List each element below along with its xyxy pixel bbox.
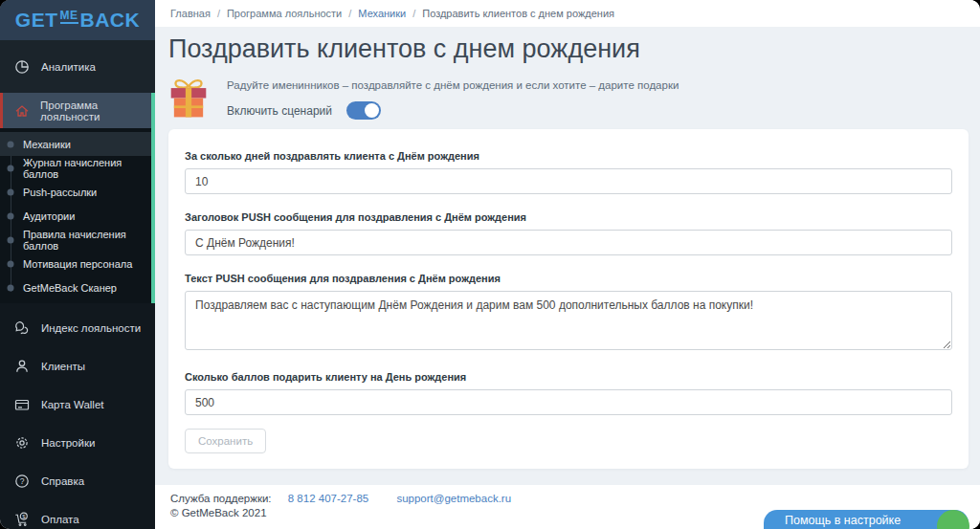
settings-form-card: За сколько дней поздравлять клиента с Дн…	[168, 129, 969, 469]
chat-bubbles-icon	[14, 320, 30, 336]
bullet-dot-icon	[8, 165, 14, 171]
logo-text-back: BACK	[80, 9, 141, 32]
sidebar-item-loyalty-program[interactable]: Программа лояльности	[0, 93, 155, 128]
field-label: Сколько баллов подарить клиенту на День …	[185, 371, 952, 383]
bullet-dot-icon	[8, 212, 14, 219]
sidebar-item-clients[interactable]: Клиенты	[0, 347, 155, 386]
pie-chart-icon	[14, 59, 30, 75]
field-push-title: Заголовок PUSH сообщения для поздравлени…	[185, 211, 952, 255]
bullet-dot-icon	[8, 188, 14, 195]
person-icon	[14, 359, 30, 374]
card-icon	[14, 397, 30, 412]
submenu-label: Механики	[23, 139, 71, 150]
home-icon	[14, 103, 30, 119]
logo-text-me: ME	[60, 9, 78, 24]
sidebar-item-label: Индекс лояльности	[41, 322, 141, 334]
sidebar-item-mechanics[interactable]: Механики	[0, 132, 155, 156]
days-before-input[interactable]	[185, 168, 952, 194]
toggle-label: Включить сценарий	[227, 104, 332, 118]
active-section-accent-bar	[151, 93, 155, 303]
submenu-label: Мотивация персонала	[23, 258, 132, 270]
field-label: За сколько дней поздравлять клиента с Дн…	[185, 150, 952, 162]
submenu-label: Push-рассылки	[23, 187, 97, 198]
breadcrumb: Главная / Программа лояльности / Механик…	[155, 0, 980, 27]
app-window: GETMEBACK Аналитика Программа лояльности	[0, 0, 980, 529]
sidebar-item-label: Клиенты	[41, 361, 85, 372]
gift-icon	[168, 76, 209, 120]
scenario-summary: Радуйте именинников – поздравляйте с днё…	[227, 76, 679, 120]
bullet-dot-icon	[8, 236, 14, 243]
field-bonus-points: Сколько баллов подарить клиенту на День …	[185, 371, 952, 415]
sidebar-item-analytics[interactable]: Аналитика	[0, 40, 155, 93]
scenario-description: Радуйте именинников – поздравляйте с днё…	[227, 79, 679, 91]
page-title: Поздравить клиентов с днем рождения	[168, 34, 969, 64]
field-days-before: За сколько дней поздравлять клиента с Дн…	[185, 150, 952, 194]
breadcrumb-loyalty-program[interactable]: Программа лояльности	[227, 8, 342, 19]
footer-support-line: Служба поддержки: 8 812 407-27-85 suppor…	[170, 493, 965, 504]
submenu-label: GetMeBack Сканер	[23, 282, 117, 294]
sidebar-item-points-rules[interactable]: Правила начисления баллов	[0, 228, 155, 252]
scenario-toggle-row: Включить сценарий	[227, 101, 679, 120]
gear-icon	[14, 435, 30, 451]
push-text-textarea[interactable]: Поздравляем вас с наступающим Днём Рожде…	[185, 291, 952, 350]
toggle-knob	[365, 103, 379, 118]
scenario-intro: Радуйте именинников – поздравляйте с днё…	[168, 76, 969, 120]
sidebar-item-wallet-card[interactable]: Карта Wallet	[0, 386, 155, 424]
help-chat-button[interactable]: Помощь в настройке	[764, 510, 969, 529]
bullet-dot-icon	[8, 260, 14, 267]
sidebar-item-label: Карта Wallet	[41, 399, 104, 410]
breadcrumb-home[interactable]: Главная	[170, 8, 211, 19]
breadcrumb-separator: /	[217, 8, 220, 19]
bullet-dot-icon	[8, 141, 14, 147]
sidebar-item-payment[interactable]: $ Оплата	[0, 500, 155, 529]
breadcrumb-separator: /	[348, 8, 351, 19]
enable-scenario-toggle[interactable]	[346, 101, 381, 120]
bullet-dot-icon	[8, 284, 14, 291]
main-area: Главная / Программа лояльности / Механик…	[155, 0, 980, 529]
svg-text:?: ?	[20, 476, 25, 486]
sidebar-item-label: Оплата	[41, 514, 79, 525]
help-chat-label: Помощь в настройке	[785, 514, 901, 527]
sidebar-item-label: Справка	[41, 475, 84, 487]
submenu-label: Правила начисления баллов	[23, 229, 155, 252]
sidebar-item-loyalty-index[interactable]: Индекс лояльности	[0, 309, 155, 347]
breadcrumb-separator: /	[412, 8, 415, 19]
sidebar-item-push[interactable]: Push-рассылки	[0, 180, 155, 204]
save-button[interactable]: Сохранить	[185, 429, 266, 453]
logo[interactable]: GETMEBACK	[0, 0, 155, 40]
sidebar: GETMEBACK Аналитика Программа лояльности	[0, 0, 155, 529]
support-phone-link[interactable]: 8 812 407-27-85	[288, 493, 368, 504]
cart-icon: $	[14, 512, 30, 527]
sidebar-item-label: Программа лояльности	[40, 99, 155, 122]
support-email-link[interactable]: support@getmeback.ru	[396, 493, 511, 504]
sidebar-item-label: Аналитика	[41, 61, 96, 73]
breadcrumb-mechanics[interactable]: Механики	[358, 8, 406, 19]
field-label: Заголовок PUSH сообщения для поздравлени…	[185, 211, 952, 223]
sidebar-item-help[interactable]: ? Справка	[0, 462, 155, 500]
sidebar-bottom-nav: Индекс лояльности Клиенты Карта Wallet	[0, 309, 155, 529]
bonus-points-input[interactable]	[185, 389, 952, 415]
push-title-input[interactable]	[185, 230, 952, 255]
sidebar-item-settings[interactable]: Настройки	[0, 424, 155, 462]
support-label: Служба поддержки:	[170, 493, 272, 504]
question-circle-icon: ?	[14, 474, 30, 489]
loyalty-submenu: Механики Журнал начисления баллов Push-р…	[0, 128, 155, 303]
logo-text-get: GET	[15, 9, 58, 32]
page-content: Поздравить клиентов с днем рождения Раду…	[155, 27, 980, 485]
sidebar-item-label: Настройки	[41, 437, 95, 449]
sidebar-item-audiences[interactable]: Аудитории	[0, 204, 155, 228]
sidebar-item-scanner[interactable]: GetMeBack Сканер	[0, 276, 155, 299]
field-label: Текст PUSH сообщения для поздравления с …	[185, 273, 952, 284]
submenu-label: Журнал начисления баллов	[23, 157, 155, 180]
submenu-label: Аудитории	[23, 210, 75, 222]
sidebar-item-staff-motivation[interactable]: Мотивация персонала	[0, 252, 155, 276]
breadcrumb-current-page: Поздравить клиентов с днем рождения	[422, 8, 614, 19]
field-push-text: Текст PUSH сообщения для поздравления с …	[185, 273, 952, 354]
sidebar-item-points-journal[interactable]: Журнал начисления баллов	[0, 156, 155, 180]
